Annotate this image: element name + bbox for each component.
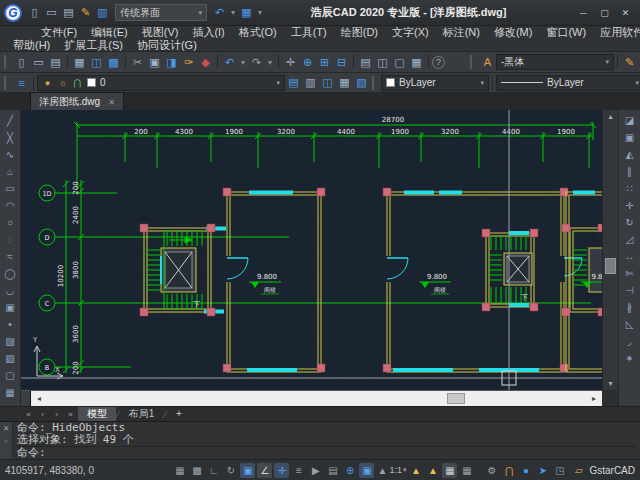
tab-close-icon[interactable]: ✕	[108, 98, 115, 107]
menu-item[interactable]: 格式(O)	[232, 26, 284, 39]
scroll-down-icon[interactable]: ▾	[603, 379, 618, 388]
ellipse-icon[interactable]: ◯	[2, 265, 19, 282]
zoom-window-icon[interactable]: ⊞	[316, 54, 333, 70]
document-tab[interactable]: 洋房图纸.dwg ✕	[30, 92, 124, 110]
explode-icon[interactable]: ✶	[621, 350, 638, 367]
fillet-icon[interactable]: ◞	[621, 333, 638, 350]
annotation-autoscale-icon[interactable]: ▲	[425, 463, 440, 478]
menu-item[interactable]: 标注(N)	[436, 26, 487, 39]
ortho-icon[interactable]: ∟	[206, 463, 221, 478]
circle-icon[interactable]: ○	[2, 214, 19, 231]
copy-clip-icon[interactable]: ▣	[146, 54, 163, 70]
workspace-grid-icon[interactable]: ▦	[442, 463, 457, 478]
text-style-icon[interactable]: A	[479, 54, 496, 70]
command-pin-icon[interactable]: ▫	[5, 437, 8, 446]
last-tab-icon[interactable]: »	[64, 410, 77, 419]
first-tab-icon[interactable]: «	[22, 410, 35, 419]
layer-on-icon[interactable]: ●	[42, 75, 53, 91]
maximize-button[interactable]: ▢	[594, 5, 615, 21]
redo-icon[interactable]: ↷	[248, 54, 265, 70]
object-snap-icon[interactable]: ▣	[240, 463, 255, 478]
hscroll-thumb[interactable]	[447, 393, 465, 404]
menu-item[interactable]: 帮助(H)	[6, 39, 57, 52]
add-layout-button[interactable]: +	[167, 407, 191, 421]
trim-icon[interactable]: ✄	[621, 265, 638, 282]
copy-icon[interactable]: ▣	[621, 129, 638, 146]
undo-caret-icon[interactable]: ▾	[238, 54, 248, 70]
hscroll-track[interactable]	[47, 391, 586, 406]
insert-block-icon[interactable]: ▣	[2, 299, 19, 316]
properties-palette-icon[interactable]: ▤	[357, 54, 374, 70]
snap-icon[interactable]: ▩	[189, 463, 204, 478]
polar-tracking-icon[interactable]: ↻	[223, 463, 238, 478]
layer-unisolate-icon[interactable]: ▧	[353, 75, 370, 91]
design-center-icon[interactable]: ◫	[374, 54, 391, 70]
line-icon[interactable]: ╱	[2, 112, 19, 129]
hatch-icon[interactable]: ▨	[2, 333, 19, 350]
new-icon[interactable]: ▯	[13, 54, 30, 70]
menu-item[interactable]: 文字(X)	[385, 26, 436, 39]
toolbar-grip[interactable]	[372, 76, 377, 90]
workspace-combo[interactable]: 传统界面 ▾	[115, 4, 207, 21]
toolbar-grip[interactable]	[4, 76, 9, 90]
qat-overflow-icon[interactable]: ▾	[255, 5, 265, 21]
menu-item[interactable]: 协同设计(G)	[130, 39, 204, 52]
zoom-status-icon[interactable]: ⊕	[342, 463, 357, 478]
minimize-button[interactable]: ─	[573, 5, 594, 21]
qat-print-icon[interactable]: ▦	[238, 5, 255, 21]
toolbar-grip[interactable]	[470, 55, 475, 69]
qat-undo-caret-icon[interactable]: ▾	[228, 5, 238, 21]
menu-item[interactable]: 视图(V)	[135, 26, 186, 39]
qat-save-icon[interactable]: ▤	[60, 5, 77, 21]
toolbar-grip[interactable]	[4, 55, 9, 69]
break-icon[interactable]: ∦	[621, 299, 638, 316]
help-icon[interactable]: ?	[432, 56, 445, 69]
redo-caret-icon[interactable]: ▾	[265, 54, 275, 70]
publish-icon[interactable]: ▩	[105, 54, 122, 70]
layer-states-icon[interactable]: ◫	[319, 75, 336, 91]
vscroll-thumb[interactable]	[605, 258, 616, 274]
selection-cycling-icon[interactable]: ▶	[308, 463, 323, 478]
hscroll-splitter[interactable]	[21, 391, 31, 406]
tab-model[interactable]: 模型	[78, 407, 116, 421]
erase-icon[interactable]: ◪	[621, 112, 638, 129]
polygon-icon[interactable]: ⌂	[2, 163, 19, 180]
qat-export-icon[interactable]: ▥	[94, 5, 111, 21]
menu-item[interactable]: 插入(I)	[185, 26, 231, 39]
qat-open-icon[interactable]: ▭	[43, 5, 60, 21]
menu-item[interactable]: 绘图(D)	[334, 26, 385, 39]
scroll-left-icon[interactable]: ◂	[31, 394, 47, 403]
command-close-icon[interactable]: ✕	[3, 424, 10, 433]
scroll-right-icon[interactable]: ▸	[586, 394, 602, 403]
move-icon[interactable]: ✛	[621, 197, 638, 214]
performance-icon[interactable]: ➤	[535, 463, 550, 478]
layer-previous-icon[interactable]: ▥	[302, 75, 319, 91]
menu-item[interactable]: 文件(F)	[34, 26, 84, 39]
clean-screen-icon[interactable]: ◳	[552, 463, 567, 478]
layer-make-current-icon[interactable]: ▤	[285, 75, 302, 91]
layer-freeze-icon[interactable]: ☼	[57, 75, 68, 91]
hardware-bulb-icon[interactable]: ●	[518, 463, 533, 478]
edit-text-icon[interactable]: ✎	[621, 54, 638, 70]
block-editor-icon[interactable]: ◆	[197, 54, 214, 70]
offset-icon[interactable]: ∥	[621, 163, 638, 180]
cut-icon[interactable]: ✂	[129, 54, 146, 70]
settings-gear-icon[interactable]: ⚙	[484, 463, 499, 478]
tab-layout1[interactable]: 布局1	[120, 407, 164, 421]
zoom-previous-icon[interactable]: ⊟	[333, 54, 350, 70]
menu-item[interactable]: 修改(M)	[487, 26, 540, 39]
layer-isolate-icon[interactable]: ▦	[336, 75, 353, 91]
scroll-up-icon[interactable]: ▴	[603, 112, 618, 121]
color-combo[interactable]: ByLayer ▾	[381, 75, 489, 91]
chamfer-icon[interactable]: ◺	[621, 316, 638, 333]
folder-icon[interactable]: ▱	[571, 463, 586, 478]
pan-icon[interactable]: ✛	[282, 54, 299, 70]
annotation-scale-control[interactable]: ▲ 1:1 ▾	[376, 463, 406, 478]
arc-icon[interactable]: ◠	[2, 197, 19, 214]
tool-palettes-icon[interactable]: ▢	[391, 54, 408, 70]
mirror-icon[interactable]: ◭	[621, 146, 638, 163]
menu-item[interactable]: 窗口(W)	[539, 26, 593, 39]
match-properties-icon[interactable]: ✑	[180, 54, 197, 70]
preview-icon[interactable]: ◫	[88, 54, 105, 70]
construction-line-icon[interactable]: ╳	[2, 129, 19, 146]
